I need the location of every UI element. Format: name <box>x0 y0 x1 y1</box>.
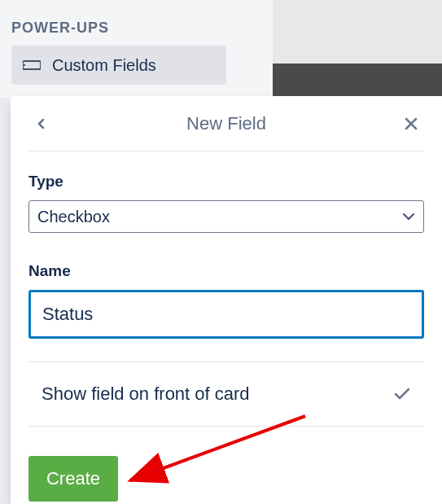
custom-fields-powerup[interactable]: Custom Fields <box>11 46 226 85</box>
custom-fields-icon <box>23 59 41 72</box>
check-icon <box>393 387 411 401</box>
custom-fields-label: Custom Fields <box>52 56 156 75</box>
name-label: Name <box>28 262 424 280</box>
show-on-front-toggle[interactable]: Show field on front of card <box>28 362 424 427</box>
create-button[interactable]: Create <box>28 456 118 502</box>
back-button[interactable] <box>28 111 55 137</box>
name-group: Name <box>28 262 424 339</box>
modal-title: New Field <box>186 113 266 134</box>
type-select[interactable]: Checkbox <box>28 200 424 233</box>
type-label: Type <box>28 173 424 191</box>
modal-header: New Field <box>28 96 424 151</box>
show-on-front-label: Show field on front of card <box>42 383 250 405</box>
new-field-modal: New Field Type Checkbox Name Show field … <box>11 96 442 504</box>
type-group: Type Checkbox <box>28 173 424 233</box>
type-value: Checkbox <box>37 208 110 226</box>
name-input[interactable] <box>28 290 424 339</box>
svg-rect-0 <box>23 61 41 69</box>
chevron-down-icon <box>402 213 415 221</box>
close-button[interactable] <box>398 111 424 137</box>
powerups-heading: POWER-UPS <box>11 20 109 37</box>
close-icon <box>404 116 418 131</box>
chevron-left-icon <box>35 117 48 130</box>
